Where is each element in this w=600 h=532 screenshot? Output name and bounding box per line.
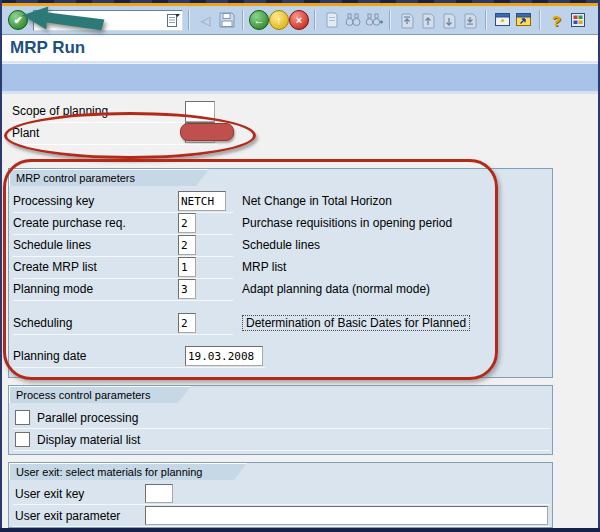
- planning-date-label: Planning date: [13, 349, 86, 363]
- scheduling-desc-text: Determination of Basic Dates for Planned: [242, 315, 470, 331]
- page-title: MRP Run: [10, 38, 85, 58]
- field-row: Create MRP list: [13, 256, 233, 279]
- planning-mode-desc: Adapt planning data (normal mode): [242, 278, 430, 300]
- scheduling-label: Scheduling: [13, 316, 72, 330]
- scheduling-input[interactable]: 2: [178, 313, 196, 333]
- field-row: Scheduling: [13, 312, 233, 335]
- schedule-lines-desc: Schedule lines: [242, 234, 320, 256]
- create-purchase-req-input[interactable]: 2: [178, 213, 196, 233]
- plant-label: Plant: [10, 126, 39, 140]
- toolbar-separator: [188, 10, 190, 30]
- last-page-icon[interactable]: [460, 11, 479, 30]
- display-material-list-checkbox[interactable]: [15, 432, 30, 447]
- user-exit-parameter-input[interactable]: [145, 506, 548, 525]
- exit-icon[interactable]: ↑: [269, 10, 289, 30]
- user-exit-parameter-label: User exit parameter: [13, 509, 120, 523]
- toolbar-separator: [389, 10, 391, 30]
- user-exit-group: User exit: select materials for planning…: [8, 462, 553, 528]
- title-bar: MRP Run: [2, 35, 598, 63]
- toolbar-separator: [539, 10, 541, 30]
- create-mrp-list-label: Create MRP list: [13, 260, 97, 274]
- customize-layout-icon[interactable]: [568, 11, 587, 30]
- field-row: Planning mode: [13, 278, 233, 301]
- create-mrp-list-desc: MRP list: [242, 256, 286, 278]
- cancel-icon[interactable]: ×: [289, 10, 309, 30]
- schedule-lines-input[interactable]: 2: [178, 235, 196, 255]
- print-icon[interactable]: [322, 11, 341, 30]
- process-control-parameters-group: Process control parameters Parallel proc…: [8, 385, 553, 455]
- user-exit-key-label: User exit key: [13, 487, 84, 501]
- user-exit-key-input[interactable]: [145, 484, 173, 503]
- toolbar-separator: [242, 10, 244, 30]
- save-icon[interactable]: [217, 11, 236, 30]
- back-arrow-small-icon[interactable]: ◁: [196, 11, 215, 30]
- field-row: Schedule lines: [13, 234, 233, 257]
- toolbar-separator: [314, 10, 316, 30]
- process-group-title: Process control parameters: [9, 386, 191, 403]
- mrp-group-title-label: MRP control parameters: [16, 172, 135, 184]
- sap-window: ✔ ◁ ← ↑ ×: [0, 0, 600, 532]
- find-icon[interactable]: [343, 11, 362, 30]
- new-session-icon[interactable]: [493, 11, 512, 30]
- processing-key-desc: Net Change in Total Horizon: [242, 190, 392, 212]
- processing-key-label: Processing key: [13, 194, 94, 208]
- toolbar-separator: [485, 10, 487, 30]
- command-history-icon[interactable]: [167, 13, 180, 30]
- planning-mode-input[interactable]: 3: [178, 279, 196, 299]
- back-icon[interactable]: ←: [249, 10, 269, 30]
- plant-input[interactable]: [185, 122, 215, 143]
- standard-toolbar: ✔ ◁ ← ↑ ×: [2, 6, 598, 35]
- help-icon[interactable]: ?: [547, 11, 566, 30]
- processing-key-input[interactable]: NETCH: [178, 191, 226, 211]
- application-toolbar: [2, 63, 598, 94]
- user-exit-key-row: User exit key: [13, 483, 550, 505]
- find-next-icon[interactable]: [364, 11, 383, 30]
- display-material-list-row: Display material list: [13, 429, 550, 451]
- scope-of-planning-input[interactable]: [185, 101, 215, 122]
- window-left-edge: [0, 0, 2, 532]
- parallel-processing-label: Parallel processing: [37, 411, 138, 425]
- display-material-list-label: Display material list: [37, 433, 140, 447]
- user-exit-group-title-label: User exit: select materials for planning: [16, 466, 202, 478]
- planning-mode-label: Planning mode: [13, 282, 93, 296]
- enter-icon[interactable]: ✔: [8, 10, 28, 30]
- parallel-processing-row: Parallel processing: [13, 407, 550, 429]
- next-page-icon[interactable]: [439, 11, 458, 30]
- create-mrp-list-input[interactable]: 1: [178, 257, 196, 277]
- process-group-title-label: Process control parameters: [16, 389, 151, 401]
- parallel-processing-checkbox[interactable]: [15, 410, 30, 425]
- command-field[interactable]: [33, 10, 183, 31]
- schedule-lines-label: Schedule lines: [13, 238, 91, 252]
- mrp-control-parameters-group: MRP control parameters Processing key NE…: [8, 168, 553, 378]
- planning-date-input[interactable]: 19.03.2008: [185, 346, 263, 366]
- scope-of-planning-label: Scope of planning: [10, 104, 108, 118]
- create-purchase-req-label: Create purchase req.: [13, 216, 126, 230]
- mrp-group-title: MRP control parameters: [9, 169, 209, 186]
- first-page-icon[interactable]: [397, 11, 416, 30]
- create-shortcut-icon[interactable]: [514, 11, 533, 30]
- previous-page-icon[interactable]: [418, 11, 437, 30]
- create-purchase-req-desc: Purchase requisitions in opening period: [242, 212, 452, 234]
- field-row: Create purchase req.: [13, 212, 233, 235]
- window-bottom-edge: [0, 528, 600, 532]
- user-exit-group-title: User exit: select materials for planning: [9, 463, 247, 480]
- scheduling-desc: Determination of Basic Dates for Planned: [242, 312, 470, 334]
